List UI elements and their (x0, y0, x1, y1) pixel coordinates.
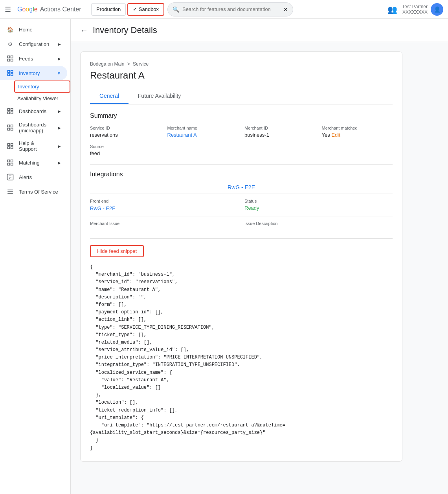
hide-feed-snippet-button[interactable]: Hide feed snippet (90, 245, 144, 257)
service-id-label: Service ID (90, 126, 161, 130)
merchant-id-value: business-1 (244, 132, 316, 138)
sidebar-sub-item-label: Inventory (18, 84, 39, 90)
content-area: Bodega on Main > Service Restaurant A Ge… (71, 42, 448, 471)
status-value: Ready (244, 205, 393, 211)
breadcrumb-child: Service (133, 61, 149, 67)
front-end-link[interactable]: RwG - E2E (90, 205, 116, 211)
svg-rect-15 (11, 128, 13, 130)
tab-future-availability[interactable]: Future Availability (129, 89, 190, 104)
chevron-right-icon: ▶ (58, 144, 61, 148)
restaurant-name: Restaurant A (90, 70, 393, 81)
topnav-right: 👥 Test Partner XXXXXXXX 👤 (387, 3, 443, 16)
svg-rect-17 (11, 143, 13, 145)
sidebar-item-dashboards[interactable]: Dashboards ▶ (0, 104, 67, 118)
alerts-icon (6, 173, 14, 181)
front-end-field: Front end RwG - E2E (90, 199, 238, 211)
user-profile[interactable]: Test Partner XXXXXXXX 👤 (402, 3, 443, 16)
sidebar-item-label: Feeds (19, 56, 33, 62)
chevron-right-icon: ▶ (58, 42, 61, 46)
merchant-name-value: Restaurant A (167, 132, 239, 138)
sidebar-item-help-support[interactable]: Help & Support ▶ (0, 137, 67, 155)
dashboards-icon (6, 107, 14, 115)
integrations-section-title: Integrations (90, 171, 393, 178)
breadcrumb-separator: > (127, 61, 130, 67)
search-input[interactable] (182, 6, 280, 12)
menu-icon[interactable]: ☰ (5, 5, 11, 14)
sidebar-sub-item-availability-viewer[interactable]: Availability Viewer (14, 93, 70, 104)
svg-rect-2 (7, 59, 9, 61)
sandbox-button[interactable]: ✓ Sandbox (127, 3, 164, 16)
gear-icon: ⚙ (6, 40, 14, 48)
svg-rect-9 (11, 108, 13, 110)
breadcrumb-parent[interactable]: Bodega on Main (90, 61, 124, 67)
avatar[interactable]: 👤 (431, 3, 443, 16)
main-content: ← Inventory Details Bodega on Main > Ser… (71, 19, 448, 494)
breadcrumb: Bodega on Main > Service (90, 61, 393, 67)
source-label: Source (90, 144, 393, 149)
sidebar-item-feeds[interactable]: Feeds ▶ (0, 51, 67, 66)
edit-link[interactable]: Edit (331, 132, 340, 138)
merchant-matched-field: Merchant matched Yes Edit (322, 126, 393, 138)
accounts-icon[interactable]: 👥 (387, 5, 397, 14)
help-icon (6, 142, 14, 150)
merchant-matched-value: Yes Edit (322, 132, 393, 138)
svg-rect-3 (11, 59, 13, 61)
summary-section-title: Summary (90, 112, 393, 119)
sidebar-item-alerts[interactable]: Alerts (0, 170, 67, 184)
front-end-label: Front end (90, 199, 238, 203)
merchant-issue-row: Merchant Issue Issue Description (90, 216, 393, 232)
rwg-e2e-link[interactable]: RwG - E2E (90, 184, 393, 190)
service-id-value: reservations (90, 132, 161, 138)
sidebar-item-matching[interactable]: Matching ▶ (0, 156, 67, 170)
svg-rect-5 (11, 70, 13, 72)
tab-general[interactable]: General (90, 89, 129, 104)
svg-rect-8 (7, 108, 9, 110)
merchant-name-label: Merchant name (167, 126, 239, 130)
sidebar-item-terms[interactable]: Terms Of Service (0, 185, 67, 199)
merchant-name-link[interactable]: Restaurant A (167, 132, 197, 138)
svg-rect-12 (7, 125, 9, 127)
summary-grid: Service ID reservations Merchant name Re… (90, 126, 393, 138)
sidebar-item-label: Help & Support (19, 140, 53, 152)
inventory-icon (6, 69, 14, 77)
sidebar-item-label: Inventory (19, 70, 40, 76)
chevron-right-icon: ▶ (58, 161, 61, 165)
sidebar-item-dashboards-microapp[interactable]: Dashboards (microapp) ▶ (0, 119, 67, 137)
chevron-down-icon: ▼ (57, 71, 61, 75)
sidebar-sub-item-inventory[interactable]: Inventory (14, 81, 70, 93)
sidebar-item-configuration[interactable]: ⚙ Configuration ▶ (0, 37, 67, 51)
sidebar: 🏠 Home ⚙ Configuration ▶ Feeds ▶ Invento… (0, 19, 71, 494)
svg-rect-16 (7, 143, 9, 145)
home-icon: 🏠 (6, 26, 14, 33)
clear-search-icon[interactable]: ✕ (283, 6, 288, 13)
google-wordmark: Google (17, 6, 38, 13)
sidebar-item-inventory[interactable]: Inventory ▼ (0, 66, 67, 80)
front-end-value: RwG - E2E (90, 205, 238, 211)
page-header: ← Inventory Details (71, 19, 448, 42)
page-title: Inventory Details (93, 25, 157, 35)
feeds-icon (6, 55, 14, 62)
merchant-matched-label: Merchant matched (322, 126, 393, 130)
matching-icon (6, 159, 14, 166)
sidebar-item-label: Dashboards (microapp) (19, 122, 53, 134)
sidebar-item-label: Configuration (19, 41, 49, 47)
status-label: Status (244, 199, 393, 203)
divider-1 (90, 164, 393, 165)
terms-icon (6, 188, 14, 196)
back-button[interactable]: ← (80, 26, 88, 35)
svg-rect-18 (7, 147, 9, 149)
search-bar: 🔍 ✕ (167, 2, 293, 16)
merchant-id-field: Merchant ID business-1 (244, 126, 316, 138)
integration-row: Front end RwG - E2E Status Ready (90, 194, 393, 216)
sidebar-item-home[interactable]: 🏠 Home (0, 22, 67, 37)
production-button[interactable]: Production (91, 3, 126, 16)
dashboards-microapp-icon (6, 124, 14, 132)
sidebar-item-label: Dashboards (19, 108, 46, 114)
sidebar-item-label: Home (19, 27, 33, 33)
merchant-id-label: Merchant ID (244, 126, 316, 130)
source-field: Source feed (90, 144, 393, 156)
divider-2 (90, 238, 393, 239)
svg-rect-23 (11, 163, 13, 165)
sidebar-item-label: Matching (19, 160, 40, 166)
inventory-details-card: Bodega on Main > Service Restaurant A Ge… (80, 51, 402, 462)
